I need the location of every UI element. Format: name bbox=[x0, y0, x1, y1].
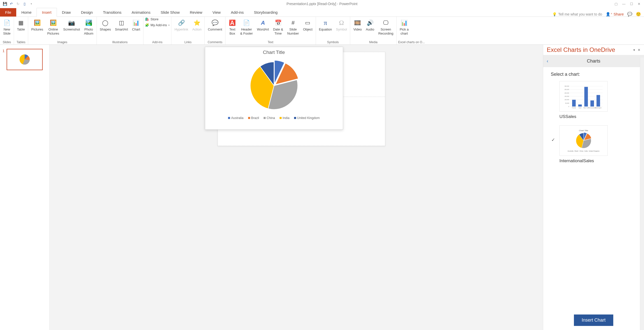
group-label-media: Media bbox=[352, 40, 395, 44]
svg-text:Iowa: Iowa bbox=[579, 107, 582, 109]
taskpane-close-icon[interactable]: ✕ bbox=[638, 48, 640, 52]
pictures-button[interactable]: 🖼️Pictures bbox=[30, 17, 45, 33]
tab-view[interactable]: View bbox=[207, 8, 226, 17]
chart-option-internationalsales[interactable]: Chart Title Australia Brazil China India… bbox=[551, 125, 636, 163]
shapes-button[interactable]: ◯Shapes bbox=[98, 17, 112, 33]
symbol-button[interactable]: ΩSymbol bbox=[334, 17, 348, 33]
group-label-addins: Add-ins bbox=[145, 40, 170, 44]
slide-thumbnail-1[interactable] bbox=[7, 49, 43, 70]
slide-editor[interactable]: Chart Title Australia Brazil China India… bbox=[50, 45, 543, 330]
ribbon-display-icon[interactable]: ▢ bbox=[615, 2, 618, 6]
my-addins-button[interactable]: 🧩My Add-ins ▾ bbox=[145, 23, 170, 27]
tab-animations[interactable]: Animations bbox=[126, 8, 155, 17]
group-label-tables: Tables bbox=[15, 40, 26, 44]
audio-icon: 🔊 bbox=[367, 18, 374, 27]
group-label-illustrations: Illustrations bbox=[98, 40, 142, 44]
slide-thumbnail-panel[interactable]: 1 bbox=[0, 45, 50, 330]
slide-number: 1 bbox=[3, 49, 5, 70]
wordart-button[interactable]: AWordArt bbox=[255, 17, 270, 33]
video-icon: 🎞️ bbox=[354, 18, 361, 27]
window-title: Presentation1.pptx [Read-Only] - PowerPo… bbox=[286, 2, 357, 6]
svg-rect-19 bbox=[584, 87, 588, 107]
symbol-icon: Ω bbox=[339, 18, 344, 27]
maximize-icon[interactable]: ☐ bbox=[630, 2, 633, 6]
back-chevron-icon[interactable]: ‹ bbox=[547, 58, 548, 64]
svg-text:200,000: 200,000 bbox=[565, 92, 569, 94]
equation-icon: π bbox=[324, 18, 327, 27]
tab-file[interactable]: File bbox=[0, 8, 16, 17]
chart-option-ussales[interactable]: 050,000100,000150,000200,000250,000300,0… bbox=[551, 81, 636, 119]
chart-button[interactable]: 📊Chart bbox=[131, 17, 142, 33]
close-icon[interactable]: ✕ bbox=[638, 2, 640, 6]
new-slide-icon: 📄 bbox=[4, 18, 10, 27]
group-label-images: Images bbox=[30, 40, 95, 44]
myaddins-icon: 🧩 bbox=[145, 23, 149, 27]
save-icon[interactable]: 💾 bbox=[3, 2, 7, 6]
header-footer-button[interactable]: 📄Header & Footer bbox=[239, 17, 254, 36]
share-button[interactable]: 👤⁺ Share bbox=[606, 12, 624, 17]
tell-me-search[interactable]: 💡 Tell me what you want to do bbox=[552, 12, 602, 16]
action-button[interactable]: ⭐Action bbox=[191, 17, 203, 33]
audio-button[interactable]: 🔊Audio bbox=[364, 17, 376, 33]
undo-icon[interactable]: ↶ bbox=[9, 2, 14, 6]
select-chart-label: Select a chart: bbox=[551, 72, 636, 77]
svg-rect-17 bbox=[578, 104, 582, 107]
feedback-icon[interactable]: 💬 bbox=[627, 12, 632, 17]
pie-chart bbox=[205, 58, 343, 114]
thumbnail-pie-icon bbox=[16, 53, 34, 66]
action-icon: ⭐ bbox=[194, 18, 200, 27]
tab-transitions[interactable]: Transitions bbox=[98, 8, 126, 17]
tab-addins[interactable]: Add-ins bbox=[226, 8, 249, 17]
internationalsales-thumbnail: Chart Title Australia Brazil China India… bbox=[559, 125, 608, 156]
tab-slideshow[interactable]: Slide Show bbox=[155, 8, 185, 17]
tab-insert[interactable]: Insert bbox=[37, 8, 57, 17]
object-icon: ▭ bbox=[305, 18, 310, 27]
insert-chart-button[interactable]: Insert Chart bbox=[574, 314, 613, 326]
screenrec-icon: 🖵 bbox=[383, 18, 389, 27]
slide-number-button[interactable]: #Slide Number bbox=[286, 17, 300, 36]
online-pictures-button[interactable]: 🖼️Online Pictures bbox=[46, 17, 61, 36]
tab-home[interactable]: Home bbox=[16, 8, 37, 17]
datetime-icon: 📅 bbox=[275, 18, 282, 27]
pickchart-icon: 📊 bbox=[401, 18, 408, 27]
new-slide-button[interactable]: 📄 New Slide bbox=[2, 17, 12, 36]
chart-object[interactable]: Chart Title Australia Brazil China India… bbox=[205, 47, 343, 130]
workspace: 1 Chart Title Australia Brazil China Ind… bbox=[0, 45, 644, 330]
date-time-button[interactable]: 📅Date & Time bbox=[271, 17, 285, 36]
smiley-icon[interactable]: 🙂 bbox=[636, 12, 641, 17]
minimize-icon[interactable]: — bbox=[622, 2, 625, 6]
tab-draw[interactable]: Draw bbox=[57, 8, 76, 17]
title-bar: 💾 ↶ ↻ ▯ ▾ Presentation1.pptx [Read-Only]… bbox=[0, 0, 644, 8]
tell-me-placeholder: Tell me what you want to do bbox=[558, 12, 602, 16]
start-from-beginning-icon[interactable]: ▯ bbox=[22, 2, 27, 6]
nav-title: Charts bbox=[587, 58, 600, 64]
svg-text:150,000: 150,000 bbox=[565, 96, 569, 97]
table-button[interactable]: ▦ Table bbox=[15, 17, 26, 33]
equation-button[interactable]: πEquation bbox=[317, 17, 333, 33]
screen-recording-button[interactable]: 🖵Screen Recording bbox=[377, 17, 395, 36]
taskpane-scrollbar[interactable] bbox=[640, 57, 644, 330]
pick-chart-button[interactable]: 📊Pick a chart bbox=[398, 17, 410, 36]
smartart-button[interactable]: ◫SmartArt bbox=[114, 17, 130, 33]
shapes-icon: ◯ bbox=[102, 18, 108, 27]
qat-dropdown-icon[interactable]: ▾ bbox=[29, 2, 34, 6]
hyperlink-button[interactable]: 🔗Hyperlink bbox=[173, 17, 190, 33]
share-icon: 👤⁺ bbox=[606, 12, 613, 17]
tab-design[interactable]: Design bbox=[76, 8, 98, 17]
redo-icon[interactable]: ↻ bbox=[16, 2, 20, 6]
pictures-icon: 🖼️ bbox=[34, 18, 41, 27]
tab-storyboarding[interactable]: Storyboarding bbox=[249, 8, 283, 17]
tab-review[interactable]: Review bbox=[185, 8, 207, 17]
photo-album-button[interactable]: 🏞️Photo Album bbox=[83, 17, 95, 36]
object-button[interactable]: ▭Object bbox=[301, 17, 314, 33]
hyperlink-icon: 🔗 bbox=[178, 18, 185, 27]
store-button[interactable]: 🛍️Store bbox=[145, 17, 170, 21]
taskpane-dropdown-icon[interactable]: ▾ bbox=[633, 48, 635, 52]
charts-nav-bar: ‹ Charts bbox=[543, 55, 644, 67]
screenshot-button[interactable]: 📷Screenshot bbox=[62, 17, 82, 33]
table-icon: ▦ bbox=[18, 18, 24, 27]
online-pictures-icon: 🖼️ bbox=[50, 18, 57, 27]
text-box-button[interactable]: 🅰️Text Box bbox=[227, 17, 238, 36]
video-button[interactable]: 🎞️Video bbox=[352, 17, 363, 33]
comment-button[interactable]: 💬Comment bbox=[206, 17, 223, 33]
